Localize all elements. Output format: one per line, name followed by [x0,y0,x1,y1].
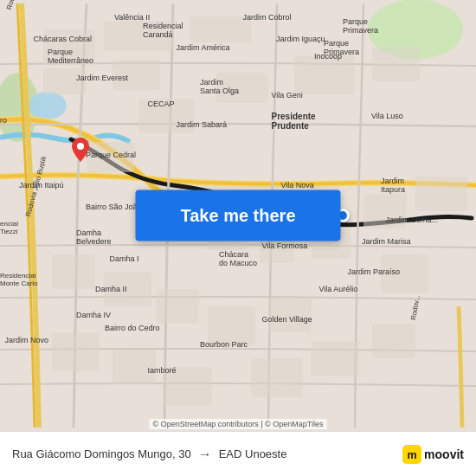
svg-rect-29 [372,324,415,358]
svg-rect-9 [43,68,87,94]
moovit-icon: m [402,445,421,464]
svg-text:m: m [408,449,417,461]
svg-rect-12 [294,55,355,94]
svg-rect-21 [156,289,199,324]
svg-rect-10 [138,99,195,133]
svg-rect-11 [216,73,268,103]
svg-rect-6 [104,21,173,51]
footer-bar: Rua Giácomo Domingos Mungo, 30 → EAD Uno… [0,431,476,476]
app: Rodovia Júlio Bu... Valência II Chácaras… [0,0,476,476]
svg-rect-32 [415,177,467,211]
origin-pin-icon [72,138,89,162]
svg-rect-25 [113,350,156,384]
moovit-logo: m moovit [402,445,464,464]
svg-rect-31 [363,194,407,228]
svg-rect-22 [208,306,255,345]
button-overlay: Take me there [135,190,340,241]
svg-point-4 [29,92,67,119]
svg-rect-17 [260,237,294,263]
svg-rect-13 [372,47,420,81]
svg-rect-5 [43,29,95,64]
map-container: Rodovia Júlio Bu... Valência II Chácaras… [0,0,476,431]
svg-rect-26 [164,367,212,406]
svg-rect-23 [268,298,312,332]
moovit-text: moovit [424,447,464,461]
svg-point-33 [77,143,84,150]
svg-rect-7 [190,16,251,42]
svg-rect-28 [312,341,359,376]
map-attribution: © OpenStreetMap contributors | © OpenMap… [150,419,327,429]
svg-rect-24 [52,332,100,371]
svg-rect-20 [104,272,151,306]
svg-rect-27 [251,358,303,397]
svg-rect-30 [381,254,428,293]
svg-rect-14 [87,142,134,172]
svg-rect-19 [52,254,95,289]
origin-marker-wrapper [72,138,89,165]
destination-label: EAD Unoeste [219,447,287,460]
take-me-there-button[interactable]: Take me there [135,190,340,241]
origin-label: Rua Giácomo Domingos Mungo, 30 [12,447,191,460]
svg-rect-8 [113,60,160,90]
arrow-icon: → [198,447,212,462]
